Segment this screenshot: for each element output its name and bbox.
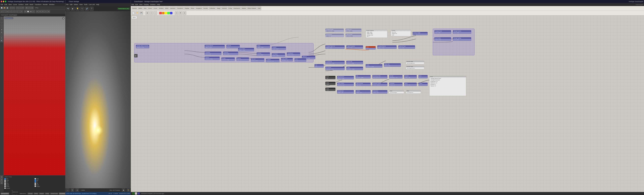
gh-tab-defomit[interactable]: Defomit	[221, 6, 228, 10]
tb-extrude[interactable]: ⬆	[24, 10, 26, 13]
tb-right-1[interactable]: ⊕	[0, 176, 3, 178]
tb-open[interactable]: 📂	[3, 6, 6, 9]
gh-node-bottom-4[interactable]: Amplitude V A ▷ ◁ V	[389, 82, 402, 86]
gh-menu-solution[interactable]: Solution	[150, 4, 156, 5]
rhino-menu-view[interactable]: View	[8, 4, 12, 5]
tb-right-2[interactable]: ⊗	[0, 178, 3, 181]
gh-color-green[interactable]	[167, 12, 170, 14]
osnap-disable[interactable]: Disable	[4, 188, 64, 189]
gh-node-bot-6[interactable]: Colour RGB R G B ▷ ◁ C	[281, 58, 293, 62]
gh-node-tr-2[interactable]: Vantage Camera C ▷ ◁ Out	[453, 30, 471, 34]
tb-left-curve[interactable]: ~	[0, 22, 3, 25]
gh-node-white-2[interactable]: Camera Pos XYZTarget XYZFOV	[391, 30, 411, 36]
rhino-nav-pan[interactable]: ⊕	[62, 17, 64, 20]
gh-node-br-1[interactable]: Populate 3D R C N S ▷ ◁ Pts	[325, 61, 345, 64]
gh-node-bfl-1[interactable]: Bounding Box G U ▷ ◁ Box	[337, 76, 354, 80]
gh-node-bfl-6[interactable]: Num N	[418, 75, 428, 78]
tb-new[interactable]: 📄	[0, 6, 3, 9]
gh-node-yellow-1[interactable]: Boolean Toggle True	[412, 32, 428, 35]
vantage-record[interactable]: ⏺	[122, 188, 125, 192]
vantage-tb-link[interactable]: 🔗	[85, 7, 89, 11]
rhino-min-btn[interactable]	[3, 1, 4, 2]
gh-node-vantage-geo[interactable]: Geometry G ▷ ◁ Out	[223, 52, 238, 55]
vantage-bottom-home[interactable]: ⌂	[66, 188, 70, 192]
gh-node-connector[interactable]: Geo G ▷	[314, 64, 324, 68]
gh-node-bottom-2[interactable]: Mesh Normals M ▷ ◁ N	[356, 82, 371, 86]
gh-node-input-arrow[interactable]: ▶	[134, 54, 138, 58]
gh-node-bottom-3[interactable]: Evaluate Surface S P ▷ ◁ Pt N	[372, 82, 388, 86]
gh-node-br-3[interactable]: Box Morph G R T ▷ ◁ Geo	[325, 66, 345, 70]
osnap-tab[interactable]: OSnap	[28, 193, 33, 194]
gh-node-br-2[interactable]: Voronoi 3D P R ▷ ◁ Cells	[346, 61, 363, 64]
gh-tab-pufferfish[interactable]: Pufferfish	[209, 6, 216, 10]
bottom-tab-perspective[interactable]: Perspective	[1, 193, 9, 194]
gh-node-bfl-4[interactable]: Domain Min Max ▷ ◁ D	[389, 75, 402, 78]
rhino-menu-solid[interactable]: Solid	[25, 4, 28, 5]
vantage-viewport[interactable]	[66, 12, 131, 188]
gh-tab-rhino[interactable]: Rhino	[190, 6, 195, 10]
osnap-cen[interactable]: Cen	[4, 181, 34, 182]
gh-node-orange-1[interactable]: Error !	[366, 46, 376, 50]
gh-canvas[interactable]: 61%	[131, 16, 644, 192]
gh-tb-save[interactable]: 💾	[140, 11, 143, 15]
vantage-bottom-settings[interactable]: ⚙	[76, 188, 79, 192]
vantage-menu-tools[interactable]: Tools	[84, 4, 88, 5]
tb-scale[interactable]: ⤢	[44, 10, 47, 13]
gh-node-panel-large[interactable]: Panel Vantage Material Name VantageGrass…	[429, 76, 466, 96]
gh-node-tr-1[interactable]: Vantage Scene S ▷ ◁ Out	[434, 30, 451, 34]
tb-line[interactable]: ╱	[0, 10, 3, 13]
gh-node-br-5[interactable]: Scale G C F ▷ ◁ Geo	[366, 64, 382, 68]
gh-tab-maths[interactable]: Maths	[138, 6, 143, 10]
vantage-tb-cursor[interactable]: ↖	[80, 7, 84, 11]
tb-rotate[interactable]: ↻	[42, 10, 44, 13]
gh-color-blue[interactable]	[170, 12, 172, 14]
tb-redo[interactable]: ↪	[12, 6, 15, 9]
gh-menu-display[interactable]: Display	[144, 4, 149, 5]
tb-undo[interactable]: ↩	[10, 6, 12, 9]
gh-node-mid-3[interactable]: List Item L i ▷ ◁ Item	[256, 52, 270, 56]
tb-circle[interactable]: ○	[9, 10, 12, 13]
gh-node-tr-3[interactable]: Sun Position L A ▷ ◁ Out	[434, 37, 451, 41]
osnap-int[interactable]: Int	[34, 181, 64, 182]
gh-node-mid-4[interactable]: Cull Pattern L P ▷ ◁ Out	[272, 53, 285, 57]
tb-view3[interactable]: ◫	[31, 6, 34, 9]
rhino-max-btn[interactable]	[5, 1, 6, 2]
gh-tab-dendro[interactable]: Dendro	[203, 6, 208, 10]
gh-tb-zoom-in[interactable]: +	[150, 11, 153, 15]
vantage-snapshot[interactable]: 📸	[126, 188, 130, 192]
gh-node-bot-3[interactable]: Bounds N ▷ ◁ I	[236, 58, 249, 61]
gh-node-top-4[interactable]: Color Correct In C ▷ ◁ Out	[346, 34, 362, 37]
vantage-menu-file[interactable]: File	[66, 4, 68, 5]
gh-color-orange[interactable]	[162, 12, 164, 14]
gh-tab-sets[interactable]: Sets	[143, 6, 147, 10]
gh-tab-mesh[interactable]: Mesh	[164, 6, 169, 10]
rhino-menu-file[interactable]: File	[1, 4, 3, 5]
gh-node-bot-2[interactable]: Remap V S T ▷ ◁ Out	[221, 58, 235, 61]
planar-tab[interactable]: Planar	[39, 193, 44, 194]
gh-node-mid-5[interactable]: Tree Branch T P ▷ ◁ Out	[287, 52, 300, 56]
gh-tab-vray[interactable]: V-Ray	[228, 6, 232, 10]
gh-node-dark-3[interactable]: Panel Point	[325, 88, 336, 91]
osnap-quad[interactable]: Quad	[4, 184, 34, 186]
gh-node-vantage-mat2[interactable]: Material ▷ ◁	[226, 45, 240, 48]
vantage-menu-help[interactable]: Help	[96, 4, 99, 5]
gh-node-white-1[interactable]: Render Settings Width: 1920Height: 1080S…	[366, 30, 388, 38]
gh-node-bb-1[interactable]: Multiplication A B ▷ ◁ R	[337, 90, 354, 94]
gh-node-bottom-1[interactable]: Mesh Surface S U V ▷ ◁ M	[337, 82, 354, 86]
gh-tb-zoom-out[interactable]: -	[154, 11, 157, 15]
gh-node-vantage-mat[interactable]: Vantage Material Mat ▷ ◁ Out	[204, 45, 225, 48]
vantage-tb-render[interactable]: ▶	[71, 7, 75, 11]
tb-mirror[interactable]: ⇔	[47, 10, 50, 13]
rhino-menu-transform[interactable]: Transform	[34, 4, 42, 5]
gh-node-br-4[interactable]: Orient G A B ▷ ◁ Geo	[346, 66, 363, 70]
gh-node-top-1[interactable]: Vantage Render RO E T ▷ ◁ Out	[325, 28, 344, 32]
vantage-menu-select[interactable]: Select	[74, 4, 78, 5]
tb-right-3[interactable]: ▲	[0, 182, 3, 184]
gh-node-bfl-2[interactable]: Box X Y Z ▷ ◁ Box	[356, 75, 371, 78]
tb-left-xform[interactable]: ↻	[0, 37, 3, 40]
gh-tb-bake[interactable]: ⬡	[174, 11, 178, 15]
gh-node-slider-1[interactable]: Slider 10 ━━━━━●━━	[389, 90, 404, 94]
gh-status-warning[interactable]: !	[135, 192, 137, 195]
osnap-proj[interactable]: Project	[34, 186, 64, 187]
gh-node-mr-4[interactable]: Material Props P ▷ ◁ Out	[398, 45, 415, 49]
